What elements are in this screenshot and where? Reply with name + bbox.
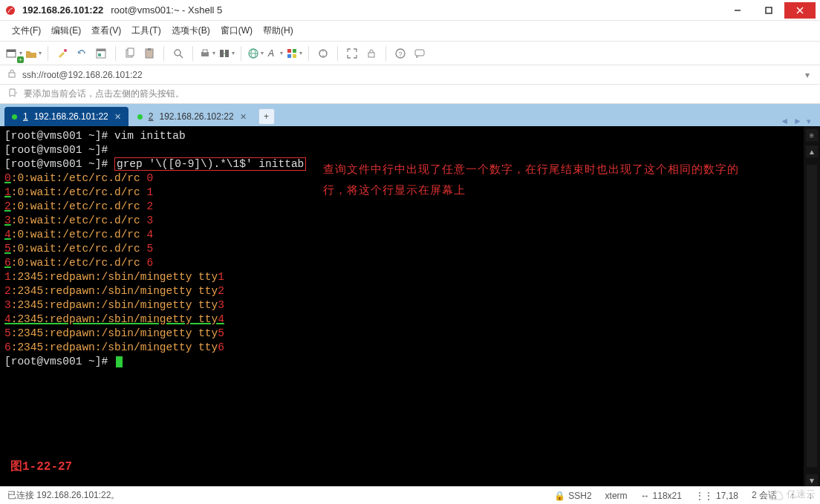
new-tab-button[interactable]: + [258, 108, 275, 125]
properties-icon[interactable] [93, 45, 109, 62]
bookmark-arrow-icon[interactable] [7, 88, 18, 100]
scroll-down-icon[interactable]: ▼ [806, 474, 818, 486]
reconnect-icon[interactable] [74, 45, 90, 62]
terminal[interactable]: [root@vms001 ~]# vim inittab[root@vms001… [0, 126, 804, 486]
menu-help[interactable]: 帮助(H) [263, 24, 293, 37]
annotation-text: 查询文件中行中出现了任意一个数字，在行尾结束时也出现了这个相同的数字的行，将这个… [323, 159, 739, 200]
svg-point-15 [175, 50, 180, 56]
app-icon [4, 4, 16, 16]
fullscreen-icon[interactable] [344, 45, 360, 62]
terminal-line: [root@vms001 ~]# [4, 355, 799, 369]
tab-next-icon[interactable]: ► [793, 116, 802, 126]
separator [163, 46, 164, 61]
hint-bar: 要添加当前会话，点击左侧的箭头按钮。 [0, 85, 820, 104]
separator [192, 46, 193, 61]
separator [241, 46, 241, 61]
status-dot-icon [12, 114, 17, 120]
terminal-line: [root@vms001 ~]# [4, 143, 799, 157]
status-dot-icon [137, 114, 143, 120]
tab-index: 2 [149, 111, 154, 122]
tab-label: 192.168.26.101:22 [34, 111, 108, 122]
terminal-area: [root@vms001 ~]# vim inittab[root@vms001… [0, 126, 820, 486]
cursor [116, 356, 123, 367]
scroll-top-icon[interactable]: ≡ [806, 129, 818, 141]
transfer-icon[interactable]: ▾ [218, 45, 235, 62]
maximize-button[interactable] [753, 2, 784, 19]
globe-icon[interactable]: ▾ [247, 45, 264, 62]
separator [48, 46, 48, 61]
title-ip: 192.168.26.101:22 [22, 4, 103, 16]
session-tab-1[interactable]: 1 192.168.26.101:22 ✕ [4, 107, 128, 126]
svg-rect-14 [148, 48, 151, 50]
menu-tabs[interactable]: 选项卡(B) [172, 24, 210, 37]
status-connection: 已连接 192.168.26.101:22。 [7, 489, 541, 502]
paste-icon[interactable] [141, 45, 157, 62]
svg-rect-20 [225, 50, 229, 57]
statusbar: 已连接 192.168.26.101:22。 🔒SSH2 xterm ↔118x… [0, 486, 820, 504]
status-ssh: 🔒SSH2 [554, 491, 591, 501]
terminal-line: 4:2345:redpawn:/sbin/mingetty tty4 [4, 312, 799, 327]
paint-icon[interactable] [54, 45, 71, 62]
scroll-up-icon[interactable]: ▲ [806, 145, 818, 157]
separator [337, 46, 338, 61]
tab-prev-icon[interactable]: ◄ [780, 116, 789, 126]
svg-point-7 [64, 49, 67, 52]
tab-close-icon[interactable]: ✕ [240, 112, 247, 122]
terminal-line: [root@vms001 ~]# vim inittab [4, 129, 799, 143]
copy-icon[interactable] [122, 45, 138, 62]
window-controls [722, 2, 816, 19]
tab-index: 1 [23, 111, 28, 122]
address-bar: ▾ [0, 65, 820, 85]
svg-rect-30 [368, 53, 374, 57]
color-icon[interactable]: ▾ [286, 45, 302, 62]
find-icon[interactable] [170, 45, 186, 62]
watermark-text: 亿速云 [787, 488, 816, 501]
terminal-scrollbar[interactable]: ≡ ▲ ▼ [804, 126, 820, 486]
menu-edit[interactable]: 编辑(E) [51, 24, 81, 37]
svg-rect-28 [293, 54, 296, 58]
tab-list-icon[interactable]: ▾ [807, 117, 811, 126]
minimize-button[interactable] [722, 2, 753, 19]
terminal-line: 6:2345:redpawn:/sbin/mingetty tty6 [4, 341, 799, 355]
address-input[interactable] [22, 70, 796, 80]
address-scheme-icon [7, 69, 16, 80]
menu-view[interactable]: 查看(V) [91, 24, 121, 37]
chat-icon[interactable] [411, 45, 428, 62]
session-tab-bar: 1 192.168.26.101:22 ✕ 2 192.168.26.102:2… [0, 104, 820, 126]
separator [115, 46, 116, 61]
open-icon[interactable]: ▾ [25, 45, 42, 62]
help-icon[interactable]: ? [392, 45, 409, 62]
terminal-line: 6:0:wait:/etc/rc.d/rc 6 [4, 256, 799, 270]
menu-window[interactable]: 窗口(W) [221, 24, 253, 37]
title-text: root@vms001:~ - Xshell 5 [111, 4, 222, 16]
tab-close-icon[interactable]: ✕ [114, 112, 121, 122]
scroll-track[interactable] [807, 165, 817, 467]
terminal-line: 4:0:wait:/etc/rc.d/rc 4 [4, 228, 799, 242]
titlebar: 192.168.26.101:22 root@vms001:~ - Xshell… [0, 0, 820, 21]
separator [385, 46, 386, 61]
menu-tools[interactable]: 工具(T) [131, 24, 160, 37]
svg-line-16 [180, 55, 183, 58]
svg-rect-2 [766, 7, 772, 13]
scroll-thumb[interactable] [807, 165, 817, 467]
refresh-icon[interactable] [315, 45, 331, 62]
new-session-icon[interactable]: +▾ [6, 45, 22, 62]
svg-rect-18 [203, 50, 207, 53]
svg-rect-25 [287, 49, 291, 53]
svg-rect-34 [9, 73, 15, 77]
print-icon[interactable]: ▾ [199, 45, 215, 62]
terminal-line: 2:0:wait:/etc/rc.d/rc 2 [4, 200, 799, 214]
svg-text:A: A [267, 48, 274, 59]
terminal-line: 3:0:wait:/etc/rc.d/rc 3 [4, 214, 799, 228]
address-dropdown-icon[interactable]: ▾ [802, 70, 813, 80]
session-tab-2[interactable]: 2 192.168.26.102:22 ✕ [130, 107, 254, 126]
font-icon[interactable]: A▾ [267, 45, 283, 62]
svg-rect-19 [220, 50, 224, 57]
svg-rect-12 [128, 48, 134, 56]
terminal-line: 3:2345:redpawn:/sbin/mingetty tty3 [4, 298, 799, 312]
svg-rect-26 [293, 49, 296, 53]
separator [308, 46, 309, 61]
menu-file[interactable]: 文件(F) [12, 24, 41, 37]
lock-icon[interactable] [363, 45, 380, 62]
close-button[interactable] [784, 2, 816, 19]
